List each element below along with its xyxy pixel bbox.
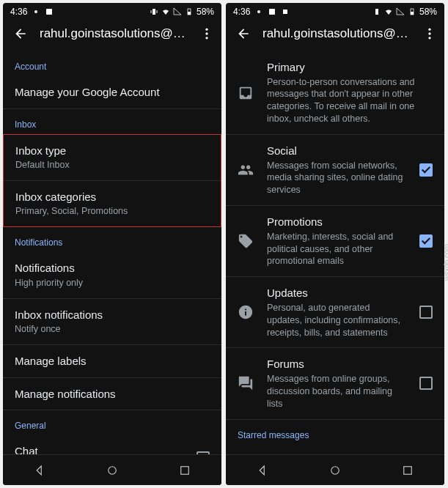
back-icon[interactable] xyxy=(236,26,251,41)
svg-rect-15 xyxy=(375,9,378,15)
row-title: Social xyxy=(267,144,406,158)
manage-labels-row[interactable]: Manage labels xyxy=(3,345,221,378)
section-account: Account xyxy=(3,51,221,76)
nav-recent-icon[interactable] xyxy=(178,464,191,477)
battery-icon xyxy=(185,7,194,16)
nav-back-icon[interactable] xyxy=(256,464,269,477)
notification-dot-icon xyxy=(32,7,40,16)
categories-scroll[interactable]: Primary Person-to-person conversations a… xyxy=(226,51,444,454)
social-checkbox[interactable] xyxy=(419,163,433,177)
category-social-row[interactable]: Social Messages from social networks, me… xyxy=(226,135,444,206)
row-subtitle: Messages from online groups, discussion … xyxy=(267,373,406,410)
phone-screen-left: 4:36 58% rahul.goinstasolutions@gmail...… xyxy=(3,3,221,485)
row-title: Inbox type xyxy=(15,144,209,158)
category-forums-row[interactable]: Forums Messages from online groups, disc… xyxy=(226,348,444,419)
svg-point-7 xyxy=(205,29,208,31)
row-title: Notifications xyxy=(15,261,210,276)
nav-back-icon[interactable] xyxy=(33,464,46,477)
chat-row[interactable]: Chat Show the Chat and Rooms tabs xyxy=(3,435,221,454)
signal-icon xyxy=(396,7,405,16)
category-promotions-row[interactable]: Promotions Marketing, interests, social … xyxy=(226,206,444,277)
notification-icon xyxy=(268,7,276,16)
phone-screen-right: 4:36 58% rahul.goinstasolutions@gmail...… xyxy=(226,3,444,485)
row-title: Promotions xyxy=(267,215,406,229)
include-in-primary-row[interactable]: Include in Primary Show all starred mess… xyxy=(226,445,444,455)
row-title: Manage your Google Account xyxy=(15,85,210,100)
svg-point-21 xyxy=(331,466,339,474)
svg-rect-13 xyxy=(269,9,275,15)
svg-point-19 xyxy=(428,32,430,34)
manage-google-account-row[interactable]: Manage your Google Account xyxy=(3,76,221,109)
svg-point-20 xyxy=(428,37,430,39)
section-general: General xyxy=(3,410,221,435)
row-title: Manage notifications xyxy=(15,387,210,402)
battery-icon xyxy=(408,7,416,16)
svg-rect-11 xyxy=(181,466,189,474)
forum-icon xyxy=(238,375,254,391)
battery-percent: 58% xyxy=(419,7,437,17)
svg-rect-22 xyxy=(404,466,412,474)
inbox-type-row[interactable]: Inbox type Default Inbox xyxy=(4,135,221,181)
svg-rect-2 xyxy=(153,9,155,15)
svg-point-12 xyxy=(257,10,260,13)
notification-icon xyxy=(45,7,54,16)
app-bar: rahul.goinstasolutions@gmail.... xyxy=(3,19,221,51)
svg-rect-14 xyxy=(283,10,287,14)
nav-home-icon[interactable] xyxy=(106,464,119,477)
row-title: Chat xyxy=(15,444,183,454)
nav-home-icon[interactable] xyxy=(328,464,342,477)
updates-checkbox[interactable] xyxy=(419,306,433,319)
row-subtitle: Notify once xyxy=(15,323,210,336)
notifications-row[interactable]: Notifications High priority only xyxy=(3,252,221,298)
back-icon[interactable] xyxy=(13,26,28,41)
more-icon[interactable] xyxy=(199,26,214,41)
svg-rect-6 xyxy=(188,12,191,15)
notification-icon-2 xyxy=(281,7,290,16)
row-title: Manage labels xyxy=(15,354,210,369)
row-subtitle: High priority only xyxy=(15,277,210,289)
svg-point-9 xyxy=(205,37,208,39)
section-inbox: Inbox xyxy=(3,109,221,134)
vibrate-icon xyxy=(150,7,158,16)
category-updates-row[interactable]: Updates Personal, auto generated updates… xyxy=(226,277,444,348)
svg-point-18 xyxy=(428,29,430,31)
tag-icon xyxy=(238,233,254,249)
notification-dot-icon xyxy=(254,7,263,16)
nav-recent-icon[interactable] xyxy=(401,464,414,477)
inbox-notifications-row[interactable]: Inbox notifications Notify once xyxy=(3,299,221,345)
info-icon xyxy=(238,304,254,320)
navigation-bar xyxy=(226,454,444,485)
row-title: Inbox notifications xyxy=(15,308,210,322)
row-title: Primary xyxy=(267,60,433,75)
row-title: Updates xyxy=(267,286,406,300)
highlight-box: Inbox type Default Inbox Inbox categorie… xyxy=(3,134,221,228)
status-bar: 4:36 58% xyxy=(3,3,221,19)
category-primary-row[interactable]: Primary Person-to-person conversations a… xyxy=(226,51,444,135)
inbox-icon xyxy=(238,85,254,101)
manage-notifications-row[interactable]: Manage notifications xyxy=(3,378,221,411)
forums-checkbox[interactable] xyxy=(419,377,433,390)
row-subtitle: Primary, Social, Promotions xyxy=(15,205,209,218)
section-notifications: Notifications xyxy=(3,227,221,252)
signal-icon xyxy=(173,7,182,16)
row-subtitle: Messages from social networks, media sha… xyxy=(267,160,406,197)
watermark: wsxdn.com xyxy=(443,244,449,281)
svg-point-0 xyxy=(34,10,37,13)
svg-point-8 xyxy=(205,32,208,34)
section-starred: Starred messages xyxy=(226,420,444,445)
more-icon[interactable] xyxy=(422,26,437,41)
people-icon xyxy=(238,162,254,178)
row-subtitle: Marketing, interests, social and politic… xyxy=(267,231,406,268)
svg-point-10 xyxy=(109,466,117,474)
settings-scroll[interactable]: Account Manage your Google Account Inbox… xyxy=(3,51,221,454)
vibrate-icon xyxy=(372,7,381,16)
appbar-title: rahul.goinstasolutions@gmail.... xyxy=(40,26,188,41)
status-time: 4:36 xyxy=(233,7,250,17)
battery-percent: 58% xyxy=(197,7,214,17)
inbox-categories-row[interactable]: Inbox categories Primary, Social, Promot… xyxy=(4,181,221,226)
status-time: 4:36 xyxy=(10,7,27,17)
status-bar: 4:36 58% xyxy=(226,3,444,19)
promotions-checkbox[interactable] xyxy=(419,234,433,248)
wifi-icon xyxy=(161,7,170,16)
row-subtitle: Person-to-person conversations and messa… xyxy=(267,76,433,126)
